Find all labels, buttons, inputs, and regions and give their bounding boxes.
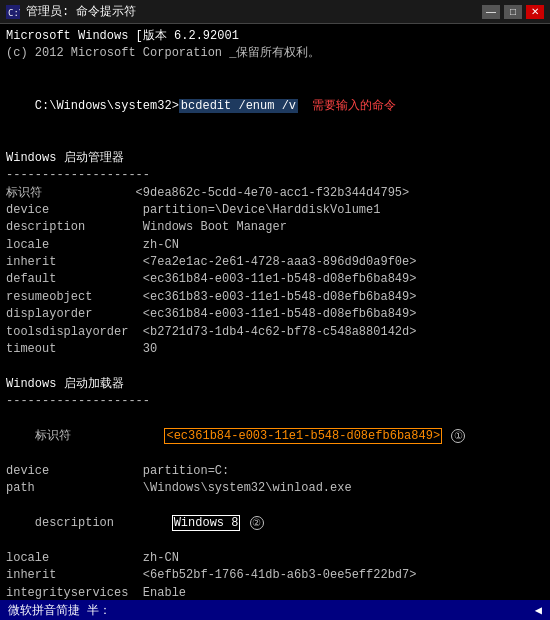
line-1: Microsoft Windows [版本 6.2.92001 <box>6 28 544 45</box>
cmd-icon: C:\ <box>6 5 20 19</box>
title-text: 管理员: 命令提示符 <box>26 3 136 20</box>
bm-default: default <ec361b84-e003-11e1-b548-d08efb6… <box>6 271 544 288</box>
bm-locale: locale zh-CN <box>6 237 544 254</box>
bm-description: description Windows Boot Manager <box>6 219 544 236</box>
title-bar-left: C:\ 管理员: 命令提示符 <box>6 3 136 20</box>
bm-identifier: 标识符 <9dea862c-5cdd-4e70-acc1-f32b344d479… <box>6 185 544 202</box>
boot-manager-title: Windows 启动管理器 <box>6 150 544 167</box>
bl-identifier-value: <ec361b84-e003-11e1-b548-d08efb6ba849> <box>164 428 442 444</box>
bl-description-line: description Windows 8 ② <box>6 498 544 550</box>
bl-identifier-line: 标识符 <ec361b84-e003-11e1-b548-d08efb6ba84… <box>6 411 544 463</box>
close-button[interactable]: ✕ <box>526 5 544 19</box>
bl-device: device partition=C: <box>6 463 544 480</box>
status-text: 微软拼音简捷 半： <box>8 602 111 619</box>
svg-text:C:\: C:\ <box>8 8 20 18</box>
status-bar: 微软拼音简捷 半： ◀ <box>0 600 550 620</box>
bm-displayorder: displayorder <ec361b84-e003-11e1-b548-d0… <box>6 306 544 323</box>
cursor-icon: ◀ <box>535 603 542 618</box>
bm-timeout: timeout 30 <box>6 341 544 358</box>
title-bar: C:\ 管理员: 命令提示符 — □ ✕ <box>0 0 550 24</box>
bl-identifier-label: 标识符 <box>35 429 165 443</box>
boot-manager-sep: -------------------- <box>6 167 544 184</box>
line-blank-3 <box>6 358 544 375</box>
line-blank-2 <box>6 132 544 149</box>
line-2: (c) 2012 Microsoft Corporation _保留所有权利。 <box>6 45 544 62</box>
console-area: Microsoft Windows [版本 6.2.92001 (c) 2012… <box>0 24 550 600</box>
minimize-button[interactable]: — <box>482 5 500 19</box>
bm-device: device partition=\Device\HarddiskVolume1 <box>6 202 544 219</box>
bm-inherit: inherit <7ea2e1ac-2e61-4728-aaa3-896d9d0… <box>6 254 544 271</box>
prompt-text: C:\Windows\system32> <box>35 99 179 113</box>
bl-description-value: Windows 8 <box>172 515 241 531</box>
corporation-text: Corporation <box>143 46 222 60</box>
boot-loader-sep: -------------------- <box>6 393 544 410</box>
cmd-note: 需要输入的命令 <box>312 99 396 113</box>
bl-description-label: description <box>35 516 172 530</box>
cmd-highlight: bcdedit /enum /v <box>179 99 298 113</box>
circle-2: ② <box>250 516 264 530</box>
bm-toolsorder: toolsdisplayorder <b2721d73-1db4-4c62-bf… <box>6 324 544 341</box>
circle-1: ① <box>451 429 465 443</box>
bl-inherit: inherit <6efb52bf-1766-41db-a6b3-0ee5eff… <box>6 567 544 584</box>
bl-locale: locale zh-CN <box>6 550 544 567</box>
prompt-line: C:\Windows\system32>bcdedit /enum /v 需要输… <box>6 80 544 132</box>
bl-integrity: integrityservices Enable <box>6 585 544 601</box>
maximize-button[interactable]: □ <box>504 5 522 19</box>
bm-resumeobj: resumeobject <ec361b83-e003-11e1-b548-d0… <box>6 289 544 306</box>
bl-path: path \Windows\system32\winload.exe <box>6 480 544 497</box>
line-blank-1 <box>6 63 544 80</box>
title-bar-controls[interactable]: — □ ✕ <box>482 5 544 19</box>
boot-loader-title: Windows 启动加载器 <box>6 376 544 393</box>
